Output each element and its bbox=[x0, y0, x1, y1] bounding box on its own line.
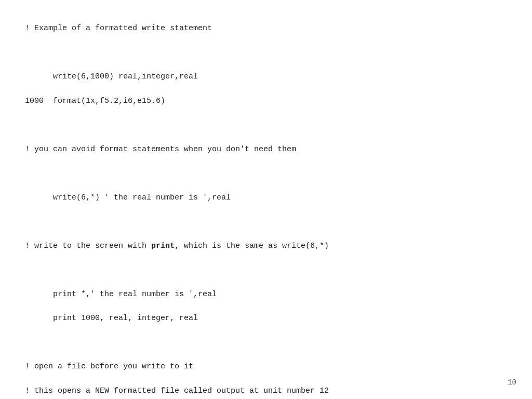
line-12: print *,' the real number is ',real bbox=[25, 290, 217, 299]
line-13: print 1000, real, integer, real bbox=[25, 314, 198, 323]
line-1: ! Example of a formatted write statement bbox=[25, 24, 212, 33]
line-10-suffix: which is the same as write(6,*) bbox=[179, 242, 329, 250]
line-4: 1000 format(1x,f5.2,i6,e15.6) bbox=[25, 97, 165, 105]
line-3: write(6,1000) real,integer,real bbox=[25, 72, 198, 81]
line-8: write(6,*) ' the real number is ',real bbox=[25, 193, 231, 202]
page-number: 10 bbox=[508, 377, 516, 389]
line-10-prefix: ! write to the screen with bbox=[25, 242, 151, 250]
line-16: ! this opens a NEW formatted file called… bbox=[25, 387, 329, 395]
code-content: ! Example of a formatted write statement… bbox=[16, 10, 516, 399]
line-6: ! you can avoid format statements when y… bbox=[25, 145, 296, 154]
line-10-bold: print, bbox=[151, 242, 179, 250]
line-15: ! open a file before you write to it bbox=[25, 362, 193, 371]
